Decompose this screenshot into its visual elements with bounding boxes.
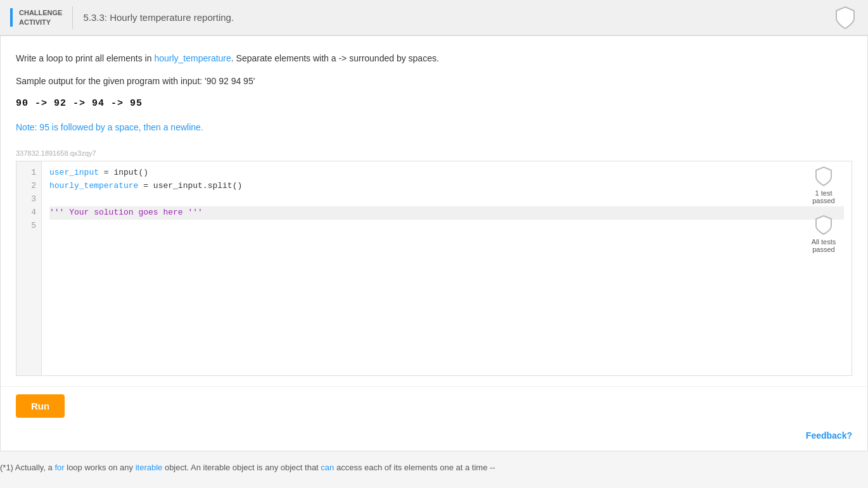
badge-2-label-line2: passed <box>812 246 834 253</box>
code-line-5 <box>49 220 844 233</box>
badge-all-tests-passed: All tests passed <box>812 215 836 253</box>
footer-note: (*1) Actually, a for loop works on any i… <box>0 451 868 485</box>
editor-wrapper: 1 2 3 4 5 user_input = input() hourly_te… <box>16 161 852 376</box>
badge-shield-1 <box>815 166 833 187</box>
feedback-link[interactable]: Feedback? <box>806 430 852 441</box>
description-area: Write a loop to print all elements in ho… <box>1 36 867 149</box>
editor-section: 337832.1891658.qx3zqy7 1 2 3 4 5 user_in… <box>1 149 867 386</box>
badge-1-label-line1: 1 test <box>815 189 833 197</box>
editor-container[interactable]: 1 2 3 4 5 user_input = input() hourly_te… <box>16 161 852 376</box>
badge-1-test-passed: 1 test passed <box>812 166 834 204</box>
header: CHALLENGE ACTIVITY 5.3.3: Hourly tempera… <box>0 0 868 35</box>
code-line-2: hourly_temperature = user_input.split() <box>49 180 844 193</box>
challenge-label-container: CHALLENGE ACTIVITY <box>10 8 62 27</box>
line-numbers: 1 2 3 4 5 <box>16 161 42 375</box>
run-button[interactable]: Run <box>16 394 65 418</box>
sample-output-label: Sample output for the given program with… <box>16 74 852 88</box>
code-area[interactable]: user_input = input() hourly_temperature … <box>42 161 852 375</box>
editor-id: 337832.1891658.qx3zqy7 <box>16 149 852 157</box>
code-line-3 <box>49 193 844 206</box>
side-badges: 1 test passed All tests passed <box>795 161 852 258</box>
page-wrapper: CHALLENGE ACTIVITY 5.3.3: Hourly tempera… <box>0 0 868 485</box>
header-divider <box>72 6 73 29</box>
feedback-area: Feedback? <box>1 425 867 451</box>
description-paragraph1: Write a loop to print all elements in ho… <box>16 51 852 65</box>
main-content: Write a loop to print all elements in ho… <box>0 35 868 451</box>
badge-1-label-line2: passed <box>812 197 834 204</box>
code-line-1: user_input = input() <box>49 166 844 180</box>
badge-shield-2 <box>815 215 833 235</box>
header-title: 5.3.3: Hourly temperature reporting. <box>83 12 858 23</box>
shield-icon-header <box>835 6 855 30</box>
run-area: Run <box>1 386 867 425</box>
note-text: Note: 95 is followed by a space, then a … <box>16 120 852 134</box>
code-sample: 90 -> 92 -> 94 -> 95 <box>16 96 852 111</box>
challenge-label: CHALLENGE ACTIVITY <box>19 8 62 27</box>
code-line-4: ''' Your solution goes here ''' <box>49 206 844 220</box>
badge-2-label-line1: All tests <box>812 238 836 246</box>
